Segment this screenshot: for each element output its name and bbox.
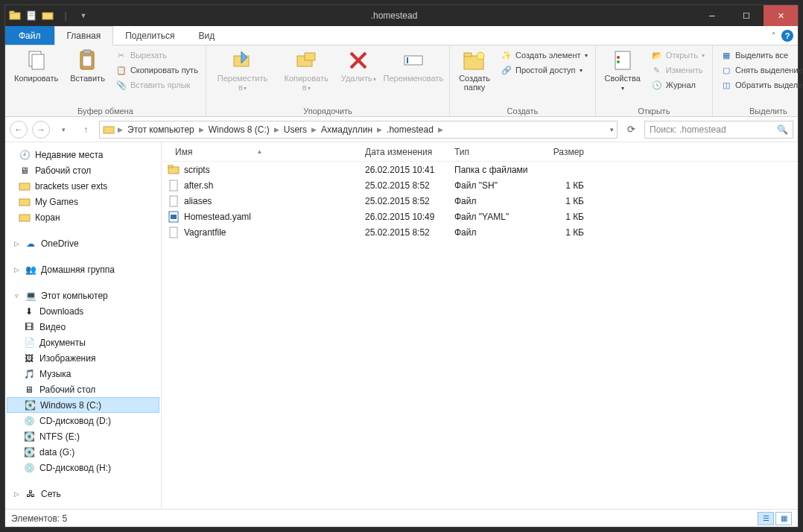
new-folder-icon[interactable] [41, 9, 54, 22]
file-row[interactable]: Homestead.yaml26.02.2015 10:49Файл "YAML… [162, 209, 798, 224]
file-row[interactable]: aliases25.02.2015 8:52Файл1 КБ [162, 193, 798, 209]
breadcrumb[interactable]: Windows 8 (C:) [207, 124, 271, 135]
sidebar-item-drive-d[interactable]: 💿CD-дисковод (D:) [5, 413, 161, 428]
icons-view-button[interactable]: ▦ [775, 512, 792, 525]
sidebar-item-brackets[interactable]: brackets user exts [5, 178, 161, 194]
delete-button[interactable]: Удалить▾ [338, 47, 378, 84]
copy-path-button[interactable]: 📋Скопировать путь [112, 63, 201, 77]
close-button[interactable]: ✕ [764, 5, 798, 26]
minimize-button[interactable]: ─ [695, 5, 729, 26]
paste-shortcut-button[interactable]: 📎Вставить ярлык [112, 78, 201, 92]
file-date: 25.02.2015 8:52 [359, 180, 448, 191]
file-row[interactable]: Vagrantfile25.02.2015 8:52Файл1 КБ [162, 224, 798, 240]
sidebar-item-drive-e[interactable]: 💽NTFS (E:) [5, 428, 161, 444]
invert-selection-button[interactable]: ◫Обратить выделение [717, 78, 803, 92]
file-icon [168, 195, 180, 207]
expand-icon[interactable]: ▷ [13, 266, 20, 273]
sidebar-item-documents[interactable]: 📄Документы [5, 335, 161, 350]
paste-button[interactable]: Вставить [66, 47, 110, 84]
organize-group-label: Упорядочить [211, 106, 445, 116]
status-bar: Элементов: 5 ☰ ▦ [5, 509, 798, 527]
properties-button[interactable]: Свойства▾ [600, 47, 645, 93]
sidebar-item-network[interactable]: ▷🖧Сеть [5, 486, 161, 501]
folder-icon [103, 124, 115, 136]
sidebar-item-music[interactable]: 🎵Музыка [5, 366, 161, 381]
column-size[interactable]: Размер [538, 147, 590, 157]
chevron-icon[interactable]: ▶ [310, 126, 318, 133]
breadcrumb[interactable]: Этот компьютер [126, 124, 196, 135]
help-icon[interactable]: ? [781, 30, 793, 42]
sidebar-item-videos[interactable]: 🎞Видео [5, 319, 161, 335]
qa-dropdown-icon[interactable]: ▼ [77, 9, 90, 22]
file-date: 25.02.2015 8:52 [359, 196, 448, 206]
select-none-button[interactable]: ▢Снять выделение [717, 63, 803, 77]
properties-icon[interactable] [25, 9, 38, 22]
sidebar-item-recent[interactable]: 🕘Недавние места [5, 147, 161, 162]
sidebar-item-drive-g[interactable]: 💽data (G:) [5, 444, 161, 460]
refresh-button[interactable]: ⟳ [622, 121, 640, 139]
network-icon: 🖧 [25, 488, 36, 500]
breadcrumb[interactable]: Users [282, 124, 308, 135]
sidebar-item-koran[interactable]: Коран [5, 209, 161, 225]
svg-rect-5 [42, 13, 53, 19]
history-button[interactable]: 🕓Журнал [648, 78, 708, 92]
sidebar-item-desktop[interactable]: 🖥Рабочий стол [5, 162, 161, 178]
sidebar-item-thispc[interactable]: ▿💻Этот компьютер [5, 288, 161, 303]
column-name[interactable]: Имя▲ [162, 147, 359, 157]
forward-button[interactable]: → [32, 121, 50, 139]
copy-button[interactable]: Копировать [10, 47, 63, 84]
search-box[interactable]: Поиск: .homestead 🔍 [644, 121, 793, 139]
expand-icon[interactable]: ▷ [13, 490, 20, 498]
sidebar-item-drive-h[interactable]: 💿CD-дисковод (H:) [5, 460, 161, 475]
chevron-icon[interactable]: ▶ [375, 126, 384, 133]
breadcrumb[interactable]: Ахмадуллин [320, 124, 374, 135]
tab-file[interactable]: Файл [5, 26, 54, 45]
search-icon[interactable]: 🔍 [777, 124, 788, 135]
details-view-button[interactable]: ☰ [758, 512, 774, 525]
recent-locations-button[interactable]: ▾ [54, 121, 72, 139]
move-to-button[interactable]: Переместить в▾ [211, 47, 274, 93]
desktop-icon: 🖥 [23, 384, 35, 396]
chevron-icon[interactable]: ▶ [116, 126, 124, 133]
sidebar-item-onedrive[interactable]: ▷☁OneDrive [5, 235, 161, 251]
file-row[interactable]: after.sh25.02.2015 8:52Файл "SH"1 КБ [162, 177, 798, 193]
rename-button[interactable]: Переименовать [381, 47, 445, 84]
new-folder-button[interactable]: Создать папку [454, 47, 495, 93]
sidebar-item-pictures[interactable]: 🖼Изображения [5, 350, 161, 366]
expand-icon[interactable]: ▷ [13, 240, 20, 247]
window-title: .homestead [93, 10, 695, 21]
file-icon [168, 164, 180, 176]
tab-home[interactable]: Главная [54, 26, 114, 45]
address-dropdown-icon[interactable]: ▾ [610, 126, 614, 133]
new-item-button[interactable]: ✨Создать элемент▾ [498, 48, 591, 62]
folder-icon [8, 9, 22, 22]
sidebar-item-desktop2[interactable]: 🖥Рабочий стол [5, 381, 161, 397]
ribbon-collapse-icon[interactable]: ˄ [772, 31, 775, 39]
copy-to-button[interactable]: Копировать в▾ [277, 47, 335, 93]
navigation-pane[interactable]: 🕘Недавние места 🖥Рабочий стол brackets u… [5, 142, 162, 509]
collapse-icon[interactable]: ▿ [13, 292, 20, 300]
chevron-icon[interactable]: ▶ [437, 126, 445, 133]
tab-view[interactable]: Вид [186, 26, 226, 45]
maximize-button[interactable]: ☐ [729, 5, 764, 26]
sidebar-item-mygames[interactable]: My Games [5, 194, 161, 209]
chevron-icon[interactable]: ▶ [273, 126, 281, 133]
chevron-icon[interactable]: ▶ [197, 126, 206, 133]
tab-share[interactable]: Поделиться [113, 26, 186, 45]
back-button[interactable]: ← [10, 121, 28, 139]
select-all-button[interactable]: ▦Выделить все [717, 48, 803, 62]
edit-button[interactable]: ✎Изменить [648, 63, 708, 77]
address-bar[interactable]: ▶ Этот компьютер ▶ Windows 8 (C:) ▶ User… [99, 121, 618, 139]
up-button[interactable]: ↑ [77, 121, 95, 139]
column-date[interactable]: Дата изменения [359, 147, 448, 157]
cut-button[interactable]: ✂Вырезать [112, 48, 201, 62]
easy-access-button[interactable]: 🔗Простой доступ▾ [498, 63, 591, 77]
new-folder-label: Создать папку [459, 74, 490, 92]
breadcrumb[interactable]: .homestead [385, 124, 435, 135]
sidebar-item-drive-c[interactable]: 💽Windows 8 (C:) [7, 397, 159, 413]
open-button[interactable]: 📂Открыть▾ [648, 48, 708, 62]
sidebar-item-downloads[interactable]: ⬇Downloads [5, 303, 161, 319]
file-row[interactable]: scripts26.02.2015 10:41Папка с файлами [162, 162, 798, 177]
sidebar-item-homegroup[interactable]: ▷👥Домашняя группа [5, 262, 161, 277]
column-type[interactable]: Тип [448, 147, 538, 157]
